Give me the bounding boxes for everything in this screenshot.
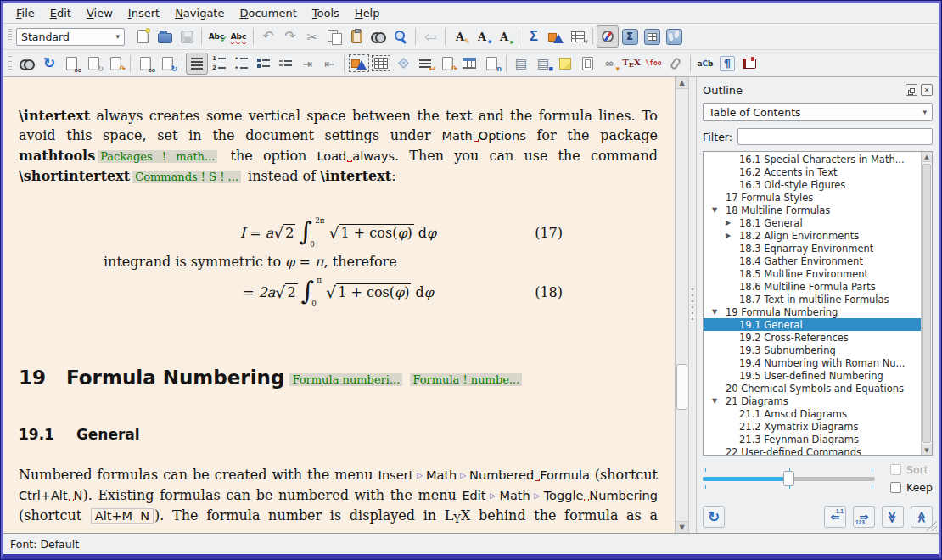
toc-item[interactable]: 19.1 General [704, 318, 921, 331]
default-paragraph-button[interactable] [186, 53, 208, 75]
move-section-up-button[interactable]: ≫ [911, 506, 933, 528]
toc-item[interactable]: 18.4 Gather Environment [704, 255, 921, 267]
doc-inset-button[interactable]: ▤ [510, 53, 532, 75]
cut-button[interactable]: ✂ [301, 25, 323, 48]
scroll-down-icon[interactable]: ▼ [922, 445, 932, 455]
insert-graphics-button[interactable] [545, 25, 567, 48]
update-outline-button[interactable]: ↻ [703, 506, 725, 528]
labeling-list-button[interactable] [274, 53, 296, 75]
index-inset[interactable]: Commands ! S ! ... [132, 171, 241, 183]
toc-item[interactable]: ▶18.1 General [704, 216, 921, 229]
equation-block[interactable]: I = a√2∫2π0√1 + cos(φ)dφ (17) integrand … [19, 212, 658, 312]
thesaurus-button[interactable] [738, 53, 760, 75]
sort-checkbox-row[interactable]: Sort [890, 463, 933, 476]
view-button[interactable] [16, 53, 38, 75]
toc-item[interactable]: 21.1 Amscd Diagrams [704, 407, 921, 420]
bullet-list-button[interactable] [230, 53, 252, 75]
close-panel-button[interactable]: ✕ [921, 84, 933, 96]
menu-navigate[interactable]: Navigate [167, 5, 232, 21]
decrease-depth-button[interactable]: ⇤ [318, 53, 340, 75]
insert-label-button[interactable] [392, 53, 414, 75]
toc-item[interactable]: 18.6 Multiline Formula Parts [704, 280, 921, 293]
toc-item[interactable]: 17 Formula Styles [704, 191, 921, 204]
filter-input[interactable] [737, 128, 933, 145]
math-macro-button[interactable]: \foo [642, 53, 664, 75]
view-master-button[interactable]: oo [60, 53, 82, 75]
undo-button[interactable]: ↶ [257, 25, 279, 48]
toolbar-drag-handle[interactable] [8, 29, 12, 44]
scroll-up-icon[interactable]: ▲ [676, 77, 688, 89]
collapse-arrow-icon[interactable]: ▶ [726, 232, 731, 239]
toggle-review-toolbar-button[interactable] [663, 25, 685, 48]
menu-help[interactable]: Help [347, 5, 388, 21]
toggle-math-toolbar-button[interactable]: Σ [619, 25, 641, 48]
toc-item[interactable]: 16.2 Accents in Text [704, 165, 921, 178]
nomenclature-button[interactable]: n [480, 53, 502, 75]
open-document-button[interactable] [154, 25, 176, 48]
insert-note-button[interactable] [554, 53, 576, 75]
view-other-formats-button[interactable]: oo [134, 53, 156, 75]
toc-item[interactable]: 21.2 Xymatrix Diagrams [704, 420, 921, 433]
toc-item[interactable]: 21.3 Feynman Diagrams [704, 433, 921, 445]
update-other-formats-button[interactable]: ↻ [156, 53, 178, 75]
toc-item[interactable]: 19.2 Cross-References [704, 331, 921, 344]
wrap-float-button[interactable]: ↩ [414, 53, 436, 75]
find-replace-button[interactable] [390, 25, 412, 48]
scroll-down-icon[interactable]: ▼ [676, 521, 688, 533]
menu-view[interactable]: View [79, 5, 121, 21]
splitter-handle[interactable] [688, 77, 697, 533]
toc-item[interactable]: 16.1 Special Characters in Math... [704, 153, 921, 165]
float-panel-button[interactable] [906, 84, 917, 96]
insert-tex-button[interactable]: TEX [620, 53, 642, 75]
include-file-button[interactable] [664, 53, 687, 75]
increase-depth-button[interactable]: ⇥ [296, 53, 318, 75]
new-document-button[interactable] [132, 25, 154, 48]
expand-arrow-icon[interactable]: ▼ [712, 308, 717, 316]
toc-list[interactable]: 16.1 Special Characters in Math...16.2 A… [703, 151, 933, 456]
index-inset[interactable]: Formula numberi... [289, 373, 402, 386]
doc-inset-alt-button[interactable]: ▤■ [532, 53, 554, 75]
paragraph-style-select[interactable]: Standard ▾ [16, 28, 125, 46]
spellcheck-button[interactable]: Abc✓ [205, 25, 227, 48]
toc-item[interactable]: 18.7 Text in multiline Formulas [704, 293, 921, 305]
find-button[interactable] [367, 25, 390, 48]
toc-item[interactable]: 18.5 Multline Environment [704, 267, 921, 280]
scrollbar-thumb[interactable] [922, 164, 931, 443]
footnote-button[interactable]: ↷ [436, 53, 458, 75]
index-inset[interactable]: Formula ! numbe... [410, 373, 522, 386]
navigate-back-button[interactable]: ⇦ [419, 25, 441, 48]
toc-scrollbar[interactable]: ▲ ▼ [921, 152, 932, 455]
toc-item[interactable]: 16.3 Old-style Figures [704, 178, 921, 191]
insert-math-button[interactable]: Σ [523, 25, 545, 48]
forward-search-button[interactable]: ↷ [104, 53, 126, 75]
redo-button[interactable]: ↷ [279, 25, 301, 48]
paragraph-settings-button[interactable]: ¶ [716, 53, 738, 75]
promote-section-button[interactable]: ⇐1.1 [824, 506, 846, 528]
index-inset[interactable]: Packages ! math... [98, 150, 217, 163]
menu-tools[interactable]: Tools [305, 5, 347, 21]
scroll-up-icon[interactable]: ▲ [922, 152, 932, 162]
move-section-down-button[interactable]: ≫ [882, 506, 904, 528]
insert-table-button[interactable]: ▾ [567, 25, 589, 48]
save-document-button[interactable] [176, 25, 198, 48]
toc-item[interactable]: ▶18.2 Align Environments [704, 229, 921, 242]
menu-insert[interactable]: Insert [121, 5, 167, 21]
apply-text-style-button[interactable]: A▸ [493, 25, 515, 48]
numbered-list-button[interactable] [208, 53, 230, 75]
demote-section-button[interactable]: ⇒123 [853, 506, 875, 528]
copy-button[interactable] [323, 25, 345, 48]
figure-float-button[interactable] [348, 53, 370, 75]
text-style-button[interactable]: aCb [694, 53, 716, 75]
toc-item[interactable]: 19.3 Subnumbering [704, 344, 921, 356]
menu-file[interactable]: File [8, 5, 42, 21]
toc-item[interactable]: 19.4 Numbering with Roman Nu... [704, 356, 921, 369]
toggle-noun-button[interactable]: A● [471, 25, 493, 48]
paste-button[interactable] [345, 25, 367, 48]
toc-item[interactable]: 19.5 User-defined Numbering [704, 369, 921, 382]
insert-hyperlink-button[interactable]: ∞▾ [598, 53, 620, 75]
slider-handle[interactable] [783, 471, 794, 486]
collapse-arrow-icon[interactable]: ▶ [726, 219, 731, 227]
table-float-button[interactable] [370, 53, 392, 75]
toc-item[interactable]: 22 User-defined Commands [704, 445, 921, 456]
keep-checkbox[interactable] [890, 482, 901, 493]
